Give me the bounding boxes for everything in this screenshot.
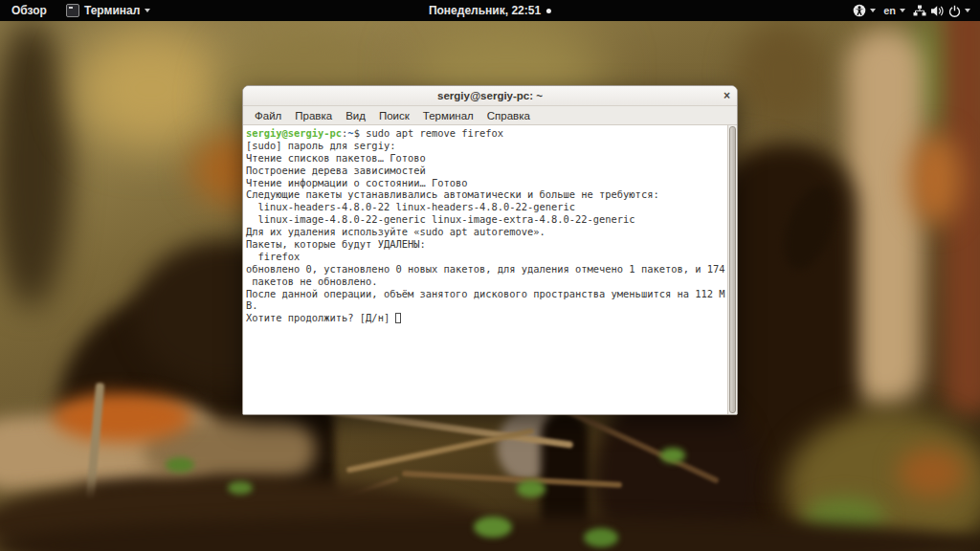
terminal-scrollbar[interactable] — [727, 125, 737, 414]
network-icon — [913, 5, 926, 17]
menu-help[interactable]: Справка — [481, 110, 536, 121]
terminal-cursor — [395, 313, 401, 323]
status-area: en — [853, 0, 980, 21]
terminal-window: sergiy@sergiy-pc: ~ × Файл Правка Вид По… — [242, 85, 738, 415]
wallpaper-blob — [909, 134, 962, 225]
terminal-output-line: После данной операции, объём занятого ди… — [246, 288, 727, 300]
menu-terminal[interactable]: Терминал — [417, 110, 479, 121]
terminal-output-line: Следующие пакеты устанавливались автомат… — [246, 188, 727, 201]
power-icon — [948, 5, 961, 17]
terminal-output-line: Для их удаления используйте «sudo apt au… — [246, 226, 727, 238]
menu-view[interactable]: Вид — [340, 110, 371, 121]
terminal-output-line: Чтение информации о состоянии… Готово — [246, 177, 727, 189]
app-menu-label: Терминал — [84, 4, 140, 17]
prompt-user-host: sergiy@sergiy-pc — [246, 127, 342, 139]
wallpaper-blob — [0, 21, 72, 308]
terminal-menubar: Файл Правка Вид Поиск Терминал Справка — [243, 106, 737, 125]
wallpaper-sprig — [660, 448, 685, 463]
window-title: sergiy@sergiy-pc: ~ — [437, 90, 543, 101]
wallpaper-sprig — [228, 481, 253, 495]
terminal-output-line: linux-headers-4.8.0-22 linux-headers-4.8… — [246, 201, 727, 213]
system-menu[interactable] — [913, 0, 970, 21]
terminal-output-line: firefox — [246, 251, 727, 263]
accessibility-icon — [853, 4, 866, 17]
wallpaper-sprig — [584, 528, 618, 547]
terminal-body: sergiy@sergiy-pc:~$ sudo apt remove fire… — [243, 125, 737, 414]
terminal-output-line: linux-image-4.8.0-22-generic linux-image… — [246, 213, 727, 226]
terminal-question-line: Хотите продолжить? [Д/н] — [246, 312, 727, 324]
terminal-prompt-line: sergiy@sergiy-pc:~$ sudo apt remove fire… — [246, 127, 727, 140]
terminal-screen[interactable]: sergiy@sergiy-pc:~$ sudo apt remove fire… — [243, 125, 727, 414]
prompt-command: sudo apt remove firefox — [366, 127, 503, 139]
wallpaper-sprig — [474, 517, 512, 538]
wallpaper-blob — [737, 21, 828, 126]
scrollbar-thumb[interactable] — [729, 126, 736, 413]
app-menu-terminal[interactable]: Терминал — [58, 0, 158, 21]
terminal-output-line: [sudo] пароль для sergiy: — [246, 140, 727, 152]
wallpaper-blob — [77, 29, 225, 148]
wallpaper-ground — [898, 448, 967, 497]
activities-button[interactable]: Обзор — [0, 0, 58, 21]
activities-label: Обзор — [11, 4, 47, 17]
clock-label: Понедельник, 22:51 — [429, 4, 541, 17]
accessibility-menu[interactable] — [853, 0, 876, 21]
language-menu[interactable]: en — [883, 0, 905, 21]
menu-file[interactable]: Файл — [249, 110, 287, 121]
chevron-down-icon — [900, 9, 905, 12]
wallpaper-blob — [847, 29, 924, 407]
terminal-output-line: Чтение списков пакетов… Готово — [246, 152, 727, 165]
close-icon: × — [724, 89, 730, 102]
terminal-output-line: пакетов не обновлено. — [246, 276, 727, 288]
terminal-app-icon — [66, 4, 79, 17]
notification-dot — [546, 9, 551, 13]
terminal-output-line: обновлено 0, установлено 0 новых пакетов… — [246, 263, 727, 276]
menu-edit[interactable]: Правка — [289, 110, 338, 121]
volume-icon — [930, 5, 945, 17]
wallpaper-ground — [53, 392, 191, 442]
prompt-dollar: $ — [354, 127, 367, 139]
terminal-output-line: Построение дерева зависимостей — [246, 165, 727, 177]
chevron-down-icon — [965, 9, 970, 12]
menu-search[interactable]: Поиск — [373, 110, 415, 121]
window-titlebar[interactable]: sergiy@sergiy-pc: ~ × — [243, 86, 737, 106]
language-indicator: en — [883, 5, 896, 16]
wallpaper-sprig — [166, 457, 194, 473]
top-bar: Обзор Терминал Понедельник, 22:51 en — [0, 0, 980, 21]
chevron-down-icon — [145, 9, 150, 12]
question-text: Хотите продолжить? [Д/н] — [246, 312, 395, 323]
wallpaper-sprig — [517, 480, 546, 497]
terminal-output-line: Пакеты, которые будут УДАЛЕНЫ: — [246, 238, 727, 251]
chevron-down-icon — [870, 9, 876, 12]
terminal-output-line: B. — [246, 299, 727, 312]
clock-menu[interactable]: Понедельник, 22:51 — [429, 0, 551, 21]
close-button[interactable]: × — [724, 86, 730, 105]
